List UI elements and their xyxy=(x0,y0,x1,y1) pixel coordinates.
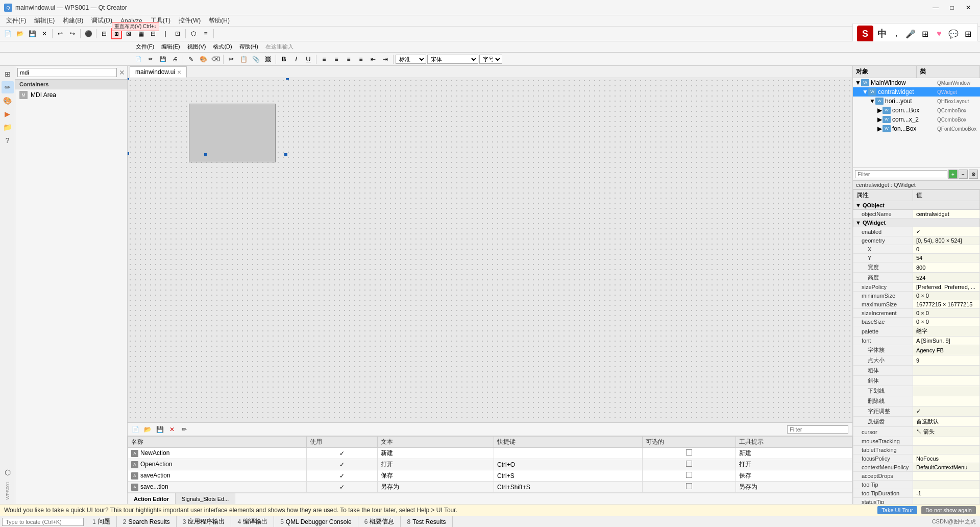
tree-expand-icon[interactable]: ▼ xyxy=(869,98,875,105)
close-button[interactable]: ✕ xyxy=(961,3,976,13)
status-tab-app-output[interactable]: 3 应用程序输出 xyxy=(177,516,232,527)
prop-value[interactable]: -1 xyxy=(913,489,979,498)
props-row[interactable]: 删除线 xyxy=(853,396,980,406)
props-row[interactable]: statusTip xyxy=(853,498,980,505)
fmt-indent-dec-btn[interactable]: ⇤ xyxy=(368,54,379,65)
no-tour-button[interactable]: Do not show again xyxy=(921,506,976,514)
fmt-italic-btn[interactable]: I xyxy=(290,54,302,65)
sub-menu-input[interactable]: 在这里输入 xyxy=(262,42,297,51)
tree-item[interactable]: ▼ W hori...yout QHBoxLayout xyxy=(853,97,980,106)
action-row[interactable]: Asave...tion ✓ 另存为 Ctrl+Shift+S 另存为 xyxy=(128,482,852,493)
fmt-edit-btn[interactable]: ✏ xyxy=(145,54,156,65)
props-row[interactable]: 斜体 xyxy=(853,376,980,386)
props-row[interactable]: 字体族 Agency FB xyxy=(853,345,980,355)
prop-value[interactable]: 16777215 × 16777215 xyxy=(913,300,979,309)
size-select[interactable]: 字号 xyxy=(479,55,502,64)
widget-mdi-area[interactable]: M MDI Area xyxy=(15,89,127,101)
font-select[interactable]: 宋体 xyxy=(427,55,478,64)
sub-menu-view[interactable]: 视图(V) xyxy=(184,42,209,51)
fmt-align-left-btn[interactable]: ≡ xyxy=(318,54,330,65)
prop-value[interactable]: 9 xyxy=(913,355,979,366)
editor-tab-mainwindow[interactable]: mainwindow.ui ✕ xyxy=(130,66,187,78)
new-button[interactable]: 📄 xyxy=(2,28,13,39)
fmt-img-btn[interactable]: 🖼 xyxy=(262,54,274,65)
fmt-align-right-btn[interactable]: ≡ xyxy=(343,54,354,65)
props-row[interactable]: Y 54 xyxy=(853,254,980,262)
fmt-copy-btn[interactable]: 📋 xyxy=(238,54,249,65)
sidebar-help[interactable]: ? xyxy=(2,134,14,147)
tab-signals-slots[interactable]: Signals_Slots Ed... xyxy=(176,493,235,504)
prop-value[interactable] xyxy=(913,437,979,446)
prop-value[interactable]: centralwidget xyxy=(913,210,979,219)
wps-heart-button[interactable]: ♥ xyxy=(934,28,945,39)
sub-menu-file[interactable]: 文件(F) xyxy=(133,42,157,51)
tree-item[interactable]: ▼ W centralwidget QWidget xyxy=(853,87,980,97)
tab-close-icon[interactable]: ✕ xyxy=(177,69,181,75)
prop-value[interactable]: ✓ xyxy=(913,406,979,417)
fmt-print-btn[interactable]: 🖨 xyxy=(169,54,181,65)
fmt-save-btn[interactable]: 💾 xyxy=(157,54,168,65)
props-row[interactable]: 反锯齿 首选默认 xyxy=(853,417,980,427)
prop-value[interactable]: 0 × 0 xyxy=(913,318,979,326)
handle-top-right-area[interactable] xyxy=(286,78,289,80)
sub-menu-help[interactable]: 帮助(H) xyxy=(236,42,261,51)
breakpoint-button[interactable]: ⚫ xyxy=(83,28,94,39)
style-select[interactable]: 标准 xyxy=(396,55,426,64)
fmt-align-center-btn[interactable]: ≡ xyxy=(331,54,342,65)
props-filter-input[interactable] xyxy=(855,170,947,178)
props-row[interactable]: objectName centralwidget xyxy=(853,210,980,219)
prop-value[interactable] xyxy=(913,386,979,396)
props-add-btn[interactable]: + xyxy=(948,170,958,179)
prop-value[interactable]: Agency FB xyxy=(913,345,979,355)
prop-value[interactable] xyxy=(913,366,979,376)
menu-build[interactable]: 构建(B) xyxy=(59,15,87,26)
props-settings-btn[interactable]: ⚙ xyxy=(969,170,978,179)
align-button[interactable]: ≡ xyxy=(200,28,211,39)
layout-h-button[interactable]: ⊟ xyxy=(99,28,110,39)
props-row[interactable]: 粗体 xyxy=(853,366,980,376)
wps-chat-button[interactable]: 💬 xyxy=(948,28,959,39)
menu-widgets[interactable]: 控件(W) xyxy=(175,15,205,26)
props-row[interactable]: enabled ✓ xyxy=(853,227,980,236)
sidebar-edit[interactable]: ✏ xyxy=(2,81,14,93)
sidebar-projects[interactable]: 📁 xyxy=(2,121,14,133)
sidebar-design[interactable]: 🎨 xyxy=(2,94,14,107)
prop-value[interactable]: 800 xyxy=(913,262,979,273)
props-row[interactable]: sizePolicy [Preferred, Preferred, ... xyxy=(853,283,980,292)
prop-value[interactable] xyxy=(913,498,979,505)
props-remove-btn[interactable]: − xyxy=(959,170,968,179)
action-row[interactable]: AsaveAction ✓ 保存 Ctrl+S 保存 xyxy=(128,470,852,482)
take-tour-button[interactable]: Take UI Tour xyxy=(877,506,917,514)
handle-top-left[interactable] xyxy=(128,78,129,80)
status-tab-test-results[interactable]: 8 Test Results xyxy=(401,516,452,527)
action-filter-input[interactable] xyxy=(787,425,848,434)
props-row[interactable]: X 0 xyxy=(853,245,980,254)
prop-value[interactable]: [Preferred, Preferred, ... xyxy=(913,283,979,292)
design-canvas[interactable] xyxy=(128,78,852,422)
props-row[interactable]: font A [SimSun, 9] xyxy=(853,337,980,345)
fmt-align-justify-btn[interactable]: ≡ xyxy=(355,54,366,65)
layout-vsplit-button[interactable]: | xyxy=(160,28,171,39)
prop-value[interactable]: ↖ 箭头 xyxy=(913,427,979,437)
status-tab-qml-debug[interactable]: 5 QML Debugger Console xyxy=(274,516,358,527)
tree-expand-icon[interactable]: ▶ xyxy=(876,107,883,114)
tree-item[interactable]: ▼ W MainWindow QMainWindow xyxy=(853,78,980,87)
undo-button[interactable]: ↩ xyxy=(55,28,66,39)
action-new-btn[interactable]: 📄 xyxy=(130,424,141,435)
prop-value[interactable]: NoFocus xyxy=(913,454,979,463)
prop-value[interactable] xyxy=(913,446,979,454)
layout-break-button[interactable]: ⊡ xyxy=(172,28,183,39)
prop-value[interactable]: 0 × 0 xyxy=(913,292,979,300)
menu-help[interactable]: 帮助(H) xyxy=(205,15,234,26)
tree-expand-icon[interactable]: ▼ xyxy=(862,88,868,95)
action-row[interactable]: ANewAction ✓ 新建 新建 xyxy=(128,448,852,459)
props-row[interactable]: minimumSize 0 × 0 xyxy=(853,292,980,300)
props-row[interactable]: baseSize 0 × 0 xyxy=(853,318,980,326)
props-row[interactable]: toolTip xyxy=(853,481,980,489)
props-row[interactable]: toolTipDuration -1 xyxy=(853,489,980,498)
handle-bottom-mid[interactable] xyxy=(204,153,207,156)
canvas-widget-placeholder[interactable] xyxy=(189,104,276,162)
tree-expand-icon[interactable]: ▶ xyxy=(876,116,883,123)
prop-value[interactable]: 0 xyxy=(913,245,979,254)
close-tab-button[interactable]: ✕ xyxy=(39,28,50,39)
